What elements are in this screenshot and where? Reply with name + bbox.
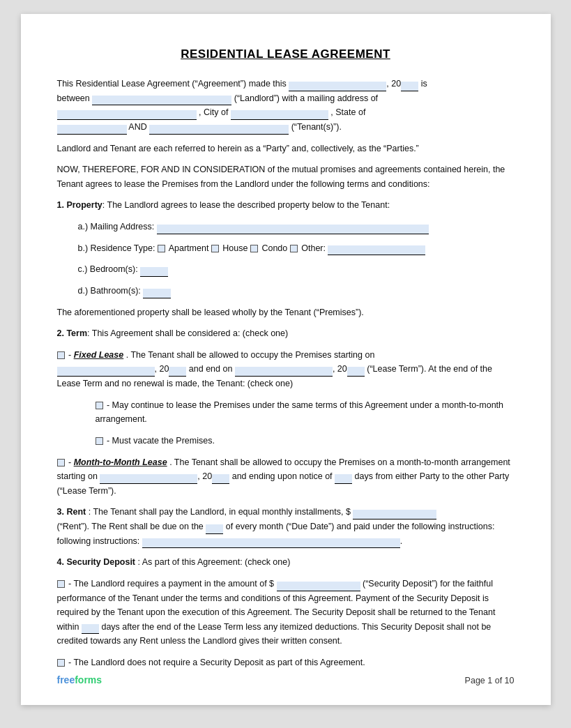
section4-intro: : As part of this Agreement: (check one)	[138, 557, 291, 567]
month-lease-dash: -	[68, 457, 74, 467]
mailing-address-input[interactable]	[157, 225, 429, 234]
document-title: RESIDENTIAL LEASE AGREEMENT	[57, 47, 515, 61]
landlord-name-field[interactable]	[92, 96, 231, 105]
mailing-label: a.) Mailing Address:	[78, 222, 157, 232]
document-footer: freeforms Page 1 of 10	[57, 674, 515, 685]
and-label: AND	[128, 122, 146, 132]
document-page: RESIDENTIAL LEASE AGREEMENT This Residen…	[21, 14, 551, 705]
section3-row: 3. Rent : The Tenant shall pay the Landl…	[57, 505, 515, 548]
month-text2: and ending upon notice of	[232, 471, 333, 481]
bathrooms-label: d.) Bathroom(s):	[78, 286, 144, 296]
other-checkbox[interactable]	[290, 245, 298, 252]
year2-label: 20	[337, 364, 347, 374]
fixed-lease-text1: . The Tenant shall be allowed to occupy …	[126, 350, 375, 360]
parties-note: Landlord and Tenant are each referred to…	[57, 142, 515, 156]
return-days-field[interactable]	[82, 624, 99, 634]
date-field[interactable]	[289, 82, 386, 91]
section4-heading-line: 4. Security Deposit : As part of this Ag…	[57, 555, 515, 570]
bedrooms-label: c.) Bedroom(s):	[78, 264, 141, 274]
year-field[interactable]	[401, 82, 418, 91]
intro-paragraph: This Residential Lease Agreement (“Agree…	[57, 77, 515, 135]
vacate-checkbox[interactable]	[96, 437, 103, 445]
city-field[interactable]	[231, 110, 328, 120]
deposit-option2-text: - The Landlord does not require a Securi…	[68, 658, 365, 667]
month-lease-row: - Month-to-Month Lease . The Tenant shal…	[57, 455, 515, 499]
fixed-lease-options: - May continue to lease the Premises und…	[96, 398, 515, 448]
month-lease-label: Month-to-Month Lease	[74, 457, 167, 467]
condo-checkbox[interactable]	[250, 245, 258, 252]
section3-text2: (“Rent”). The Rent shall be due on the	[57, 522, 204, 531]
state-label: , State of	[330, 107, 365, 117]
vacate-text: - Must vacate the Premises.	[107, 436, 215, 446]
residence-type-row: b.) Residence Type: Apartment House Cond…	[78, 241, 515, 256]
section1-heading-line: 1. Property: The Landlord agrees to leas…	[57, 198, 515, 213]
mailing-address-field[interactable]	[57, 110, 197, 120]
intro-line1-pre: This Residential Lease Agreement (“Agree…	[57, 79, 287, 89]
deposit-required-checkbox[interactable]	[57, 580, 65, 588]
rent-amount-field[interactable]	[353, 510, 436, 520]
apartment-label: Apartment	[169, 243, 211, 253]
payment-instructions-field[interactable]	[142, 538, 400, 548]
other-label: Other:	[301, 243, 328, 253]
bathrooms-field[interactable]	[143, 289, 171, 298]
house-checkbox[interactable]	[211, 245, 219, 252]
city-label: , City of	[199, 107, 228, 117]
brand-logo: freeforms	[57, 674, 102, 685]
due-date-field[interactable]	[206, 524, 223, 534]
residence-label: b.) Residence Type:	[78, 243, 158, 253]
security-deposit-option1: - The Landlord requires a payment in the…	[57, 577, 515, 649]
brand-free: free	[57, 674, 75, 685]
month-year-label: 20	[202, 471, 212, 481]
bedrooms-row: c.) Bedroom(s):	[78, 262, 515, 277]
other-type-field[interactable]	[328, 245, 425, 255]
section3-text1: : The Tenant shall pay the Landlord, in …	[89, 507, 351, 517]
fixed-lease-row: - Fixed Lease . The Tenant shall be allo…	[57, 348, 515, 391]
year1-label: 20	[159, 364, 169, 374]
page-number: Page 1 of 10	[465, 676, 515, 685]
condo-label: Condo	[261, 243, 289, 253]
security-deposit-option2: - The Landlord does not require a Securi…	[57, 655, 515, 670]
start-date-field[interactable]	[57, 367, 155, 377]
month-start-year-field[interactable]	[212, 474, 229, 484]
mailing-address-row: a.) Mailing Address:	[78, 220, 515, 234]
section1-intro: : The Landlord agrees to lease the descr…	[102, 200, 390, 210]
apartment-checkbox[interactable]	[158, 245, 165, 252]
fixed-lease-label: Fixed Lease	[74, 350, 124, 360]
end-date-field[interactable]	[235, 367, 333, 377]
continue-checkbox[interactable]	[96, 402, 103, 409]
section2-intro: : This Agreement shall be considered a: …	[87, 328, 288, 338]
bedrooms-field[interactable]	[140, 267, 168, 277]
deposit-option1-text3: days after the end of the Lease Term les…	[57, 622, 492, 646]
fixed-lease-dash: -	[68, 350, 74, 360]
end-text: and end on	[189, 364, 233, 374]
option-vacate-row: - Must vacate the Premises.	[96, 434, 515, 448]
section1-items: a.) Mailing Address: b.) Residence Type:…	[78, 220, 515, 298]
section2-heading: 2. Term	[57, 328, 88, 338]
tenant-name-field[interactable]	[149, 125, 289, 135]
deposit-not-required-checkbox[interactable]	[57, 659, 65, 667]
year-field-label: 20	[391, 79, 401, 89]
section2-heading-line: 2. Term: This Agreement shall be conside…	[57, 326, 515, 341]
instructions-label: following instructions:	[57, 536, 142, 546]
month-start-date-field[interactable]	[100, 474, 197, 484]
brand-forms: forms	[75, 674, 102, 685]
section3-heading: 3. Rent	[57, 507, 86, 517]
deposit-amount-field[interactable]	[277, 582, 360, 591]
notice-days-field[interactable]	[335, 474, 352, 484]
between-label: between	[57, 93, 90, 103]
continue-text: - May continue to lease the Premises und…	[96, 400, 504, 425]
option-continue-row: - May continue to lease the Premises und…	[96, 398, 515, 427]
month-lease-checkbox[interactable]	[57, 459, 65, 467]
section3-text3: of every month (“Due Date”) and paid und…	[226, 522, 495, 531]
intro-is: is	[421, 79, 427, 89]
fixed-lease-checkbox[interactable]	[57, 351, 65, 359]
start-year-field[interactable]	[169, 367, 186, 377]
section1-heading: 1. Property	[57, 200, 102, 210]
state-field[interactable]	[57, 125, 127, 135]
bathrooms-row: d.) Bathroom(s):	[78, 284, 515, 298]
landlord-label: (“Landlord”) with a mailing address of	[234, 93, 378, 103]
end-year-field[interactable]	[347, 367, 365, 377]
tenant-label: (“Tenant(s)”).	[291, 122, 342, 132]
house-label: House	[222, 243, 250, 253]
consideration-text: NOW, THEREFORE, FOR AND IN CONSIDERATION…	[57, 162, 515, 191]
